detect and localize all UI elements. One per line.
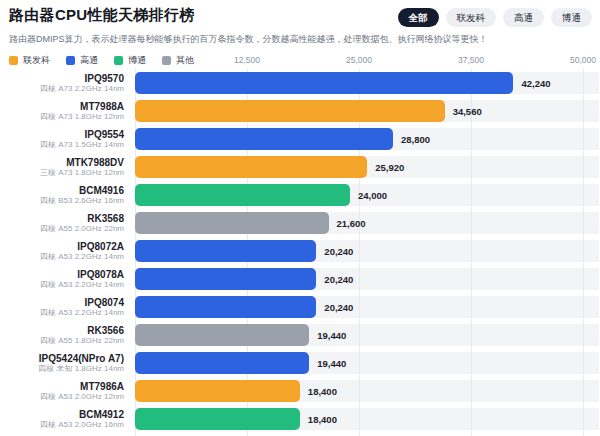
chart-row-BCM4916: BCM4916四核 B53 2.6GHz 16nm24,000 [135,181,583,209]
bar-MT7988A[interactable]: 34,560 [135,100,445,122]
row-label: RK3566四核 A55 1.8GHz 22nm [0,325,133,346]
page-title: 路由器CPU性能天梯排行榜 [9,6,195,25]
row-label: BCM4916四核 B53 2.6GHz 16nm [0,185,133,206]
chip-spec: 四核 A53 2.0GHz 12nm [0,392,124,402]
chip-spec: 四核 A53 2.2GHz 14nm [0,308,124,318]
row-label: BCM4912四核 A53 2.0GHz 16nm [0,409,133,430]
chip-spec: 四核 A73 1.8GHz 12nm [0,112,124,122]
chip-spec: 三核 A73 1.8GHz 12nm [0,168,124,178]
chip-spec: 四核 A73 2.2GHz 14nm [0,84,124,94]
chart-row-IPQ9570: IPQ9570四核 A73 2.2GHz 14nm42,240 [135,69,583,97]
bar-value-label: 19,440 [317,358,346,369]
chip-name: RK3568 [0,213,124,224]
chip-name: BCM4912 [0,409,124,420]
chip-spec: 四核 A73 1.5GHz 14nm [0,140,124,150]
bar-RK3568[interactable]: 21,600 [135,212,329,234]
bar-IPQ8074[interactable]: 20,240 [135,296,316,318]
chip-name: MT7986A [0,381,124,392]
bar-IPQ5424(NPro A7)[interactable]: 19,440 [135,352,309,374]
chip-spec: 四核 A53 2.2GHz 14nm [0,252,124,262]
bar-value-label: 24,000 [358,190,387,201]
chip-name: IPQ8074 [0,297,124,308]
bar-value-label: 19,440 [317,330,346,341]
chip-name: IPQ9570 [0,73,124,84]
chip-name: IPQ8078A [0,269,124,280]
bar-value-label: 34,560 [453,106,482,117]
bar-IPQ9554[interactable]: 28,800 [135,128,393,150]
chip-name: MT7988A [0,101,124,112]
bar-rows: IPQ9570四核 A73 2.2GHz 14nm42,240MT7988A四核… [135,69,583,433]
x-axis-ticks: 012,50025,00037,50050,000 [135,53,583,69]
x-tick-label: 0 [133,55,138,65]
chip-name: IPQ8072A [0,241,124,252]
page-header: 路由器CPU性能天梯排行榜 全部联发科高通博通 [0,0,600,27]
chart-row-RK3566: RK3566四核 A55 1.8GHz 22nm19,440 [135,321,583,349]
bar-BCM4916[interactable]: 24,000 [135,184,350,206]
chart-row-MTK7988DV: MTK7988DV三核 A73 1.8GHz 12nm25,920 [135,153,583,181]
row-label: IPQ8078A四核 A53 2.2GHz 14nm [0,269,133,290]
x-tick-label: 37,500 [458,55,484,65]
chart-row-IPQ8072A: IPQ8072A四核 A53 2.2GHz 14nm20,240 [135,237,583,265]
row-label: IPQ9570四核 A73 2.2GHz 14nm [0,73,133,94]
bar-RK3566[interactable]: 19,440 [135,324,309,346]
chart-row-IPQ9554: IPQ9554四核 A73 1.5GHz 14nm28,800 [135,125,583,153]
chip-name: IPQ9554 [0,129,124,140]
bar-IPQ8078A[interactable]: 20,240 [135,268,316,290]
bar-chart: 012,50025,00037,50050,000 IPQ9570四核 A73 … [0,53,600,436]
row-label: IPQ9554四核 A73 1.5GHz 14nm [0,129,133,150]
row-label: MT7988A四核 A73 1.8GHz 12nm [0,101,133,122]
chart-row-MT7986A: MT7986A四核 A53 2.0GHz 12nm18,400 [135,377,583,405]
router-cpu-ranking-page: 路由器CPU性能天梯排行榜 全部联发科高通博通 路由器DMIPS算力，表示处理器… [0,0,600,436]
chip-name: MTK7988DV [0,157,124,168]
filter-pill-1[interactable]: 联发科 [446,8,497,27]
chip-spec: 四核 未知 1.8GHz 14nm [0,364,124,374]
x-tick-label: 25,000 [346,55,372,65]
filter-pill-0[interactable]: 全部 [398,8,439,27]
bar-value-label: 18,400 [308,414,337,425]
row-label: MTK7988DV三核 A73 1.8GHz 12nm [0,157,133,178]
x-tick-label: 12,500 [234,55,260,65]
filter-pill-2[interactable]: 高通 [503,8,544,27]
page-subtitle: 路由器DMIPS算力，表示处理器每秒能够执行的百万条指令数，分数越高性能越强，处… [0,27,600,46]
chip-spec: 四核 A53 2.2GHz 14nm [0,280,124,290]
row-label: IPQ8072A四核 A53 2.2GHz 14nm [0,241,133,262]
bar-IPQ9570[interactable]: 42,240 [135,72,513,94]
chip-spec: 四核 A55 2.0GHz 22nm [0,224,124,234]
filter-pill-3[interactable]: 博通 [551,8,592,27]
chart-row-MT7988A: MT7988A四核 A73 1.8GHz 12nm34,560 [135,97,583,125]
row-label: RK3568四核 A55 2.0GHz 22nm [0,213,133,234]
bar-value-label: 20,240 [324,302,353,313]
row-label: MT7986A四核 A53 2.0GHz 12nm [0,381,133,402]
bar-value-label: 28,800 [401,134,430,145]
chart-row-BCM4912: BCM4912四核 A53 2.0GHz 16nm18,400 [135,405,583,433]
bar-BCM4912[interactable]: 18,400 [135,408,300,430]
chip-name: IPQ5424(NPro A7) [0,353,124,364]
bar-MTK7988DV[interactable]: 25,920 [135,156,367,178]
chip-name: RK3566 [0,325,124,336]
bar-IPQ8072A[interactable]: 20,240 [135,240,316,262]
chip-spec: 四核 A53 2.0GHz 16nm [0,420,124,430]
vendor-filter-group: 全部联发科高通博通 [398,8,593,27]
row-label: IPQ5424(NPro A7)四核 未知 1.8GHz 14nm [0,353,133,374]
chart-row-IPQ5424(NPro A7): IPQ5424(NPro A7)四核 未知 1.8GHz 14nm19,440 [135,349,583,377]
x-tick-label: 50,000 [570,55,596,65]
chart-row-IPQ8078A: IPQ8078A四核 A53 2.2GHz 14nm20,240 [135,265,583,293]
bar-value-label: 18,400 [308,386,337,397]
bar-value-label: 20,240 [324,274,353,285]
chip-spec: 四核 A55 1.8GHz 22nm [0,336,124,346]
bar-value-label: 20,240 [324,246,353,257]
chip-spec: 四核 B53 2.6GHz 16nm [0,196,124,206]
bar-value-label: 21,600 [337,218,366,229]
chip-name: BCM4916 [0,185,124,196]
bar-MT7986A[interactable]: 18,400 [135,380,300,402]
chart-row-IPQ8074: IPQ8074四核 A53 2.2GHz 14nm20,240 [135,293,583,321]
plot-area: IPQ9570四核 A73 2.2GHz 14nm42,240MT7988A四核… [135,69,583,436]
row-label: IPQ8074四核 A53 2.2GHz 14nm [0,297,133,318]
bar-value-label: 42,240 [521,78,550,89]
bar-value-label: 25,920 [375,162,404,173]
chart-row-RK3568: RK3568四核 A55 2.0GHz 22nm21,600 [135,209,583,237]
